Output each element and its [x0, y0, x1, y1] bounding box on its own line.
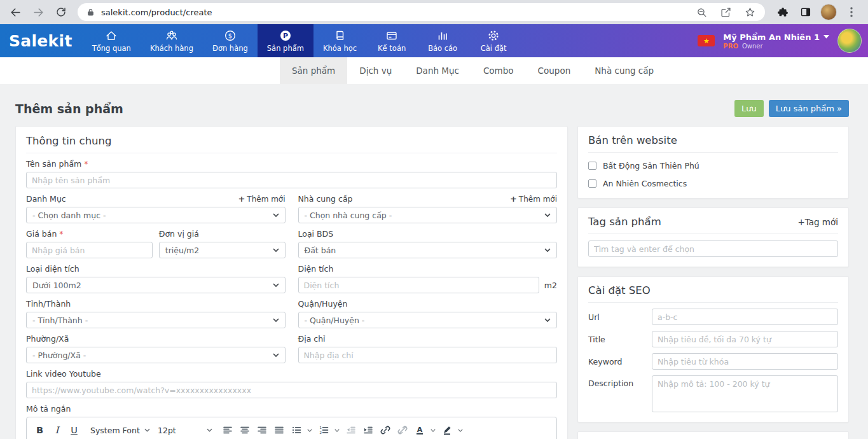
website-checkbox-1[interactable]: [588, 162, 596, 170]
product-name-input[interactable]: [26, 172, 557, 188]
nav-item-san-pham[interactable]: P Sản phẩm: [258, 24, 313, 57]
nav-item-label: Sản phẩm: [267, 44, 304, 53]
account-caret-icon[interactable]: [823, 35, 829, 39]
general-info-card: Thông tin chung Tên sản phẩm * Danh Mục …: [15, 126, 568, 439]
nav-item-label: Kế toán: [378, 44, 406, 53]
align-left-button[interactable]: [219, 422, 235, 438]
product-name-label: Tên sản phẩm: [26, 158, 81, 169]
bullet-list-caret-icon[interactable]: [305, 429, 314, 432]
nav-item-cai-dat[interactable]: Cài đặt: [468, 24, 519, 57]
bold-button[interactable]: B: [32, 422, 48, 438]
price-unit-select[interactable]: triệu/m2: [159, 242, 286, 258]
tab-nha-cung-cap[interactable]: Nhà cung cấp: [582, 57, 666, 84]
ward-select[interactable]: - Phường/Xã -: [26, 347, 286, 363]
nav-item-don-hang[interactable]: $ Đơn hàng: [203, 24, 258, 57]
website-option-row[interactable]: An Nhiên Cosmectics: [588, 179, 838, 188]
website-option-row[interactable]: Bất Động Sản Thiên Phú: [588, 161, 838, 171]
nav-item-khoa-hoc[interactable]: Khóa học: [313, 24, 366, 57]
save-button[interactable]: Lưu: [734, 100, 764, 117]
font-size-select[interactable]: 12pt: [155, 422, 216, 438]
link-button[interactable]: [377, 422, 393, 438]
seo-description-textarea[interactable]: [652, 375, 838, 412]
browser-menu-icon[interactable]: [841, 2, 862, 22]
chevron-down-icon: [273, 318, 279, 322]
add-tag-link[interactable]: +Tag mới: [797, 217, 838, 227]
nav-item-bao-cao[interactable]: Báo cáo: [417, 24, 468, 57]
highlight-color-caret-icon[interactable]: [456, 429, 465, 432]
save-product-button[interactable]: Lưu sản phẩm »: [769, 100, 849, 117]
address-input[interactable]: [298, 347, 558, 363]
tab-dich-vu[interactable]: Dịch vụ: [347, 57, 404, 84]
indent-button[interactable]: [360, 422, 376, 438]
website-checkbox-2[interactable]: [588, 179, 596, 188]
seo-title-label: Title: [588, 335, 652, 344]
align-center-button[interactable]: [237, 422, 252, 438]
chevron-down-icon: [544, 248, 551, 252]
area-input[interactable]: [298, 277, 539, 293]
nav-item-tong-quan[interactable]: Tổng quan: [83, 24, 141, 57]
italic-button[interactable]: I: [49, 422, 65, 438]
back-button[interactable]: [5, 2, 25, 22]
bookmark-star-icon[interactable]: [741, 3, 759, 21]
address-bar[interactable]: salekit.com/product/create: [78, 3, 765, 21]
province-select[interactable]: - Tỉnh/Thành -: [26, 312, 286, 328]
user-avatar[interactable]: [837, 29, 862, 53]
tab-danh-muc[interactable]: Danh Mục: [404, 57, 471, 84]
nav-item-label: Tổng quan: [92, 44, 131, 53]
nav-item-khach-hang[interactable]: Khách hàng: [141, 24, 203, 57]
bullet-list-button[interactable]: [288, 422, 304, 438]
nav-item-ke-toan[interactable]: Kế toán: [366, 24, 417, 57]
seo-keyword-input[interactable]: [652, 353, 838, 370]
tag-search-input[interactable]: [588, 240, 838, 257]
unlink-button[interactable]: [394, 422, 410, 438]
text-color-caret-icon[interactable]: [429, 429, 437, 432]
products-icon: P: [279, 29, 292, 42]
numbered-list-caret-icon[interactable]: [333, 429, 341, 432]
add-category-link[interactable]: +Thêm mới: [238, 195, 285, 204]
forward-button[interactable]: [28, 2, 48, 22]
svg-text:1: 1: [319, 426, 322, 429]
numbered-list-button[interactable]: 12: [315, 422, 331, 438]
category-select[interactable]: - Chọn danh mục -: [26, 207, 286, 223]
highlight-color-button[interactable]: [439, 422, 455, 438]
share-icon[interactable]: [717, 3, 734, 21]
reload-button[interactable]: [51, 2, 71, 22]
tab-combo[interactable]: Combo: [471, 57, 526, 84]
youtube-input[interactable]: [26, 382, 557, 398]
seo-title-input[interactable]: [652, 331, 838, 347]
outdent-button[interactable]: [343, 422, 359, 438]
plus-icon: +: [510, 195, 517, 203]
account-info[interactable]: Mỹ Phẩm An Nhiên 1 PRO Owner: [723, 32, 829, 50]
justify-button[interactable]: [271, 422, 287, 438]
area-type-select[interactable]: Dưới 100m2: [26, 277, 286, 293]
add-supplier-link[interactable]: +Thêm mới: [510, 195, 557, 204]
sell-on-website-card: Bán trên website Bất Động Sản Thiên Phú …: [577, 126, 849, 199]
lock-icon: [86, 8, 95, 17]
extensions-icon[interactable]: [773, 2, 793, 22]
seo-url-input[interactable]: [652, 309, 838, 325]
align-right-button[interactable]: [254, 422, 270, 438]
orders-icon: $: [224, 29, 237, 42]
tab-coupon[interactable]: Coupon: [526, 57, 583, 84]
account-name[interactable]: Mỹ Phẩm An Nhiên 1: [723, 32, 820, 42]
zoom-out-icon[interactable]: [692, 3, 710, 21]
website-option-label: An Nhiên Cosmectics: [603, 179, 687, 188]
district-label: Quận/Huyện: [298, 298, 558, 309]
nav-item-label: Khóa học: [323, 44, 357, 53]
underline-button[interactable]: U: [66, 422, 82, 438]
home-icon: [105, 29, 118, 42]
side-panel-icon[interactable]: [796, 2, 816, 22]
account-role: Owner: [742, 43, 763, 50]
font-family-select[interactable]: System Font: [87, 422, 153, 438]
page-content: Thêm sản phẩm Lưu Lưu sản phẩm » Thông t…: [0, 100, 868, 439]
district-select[interactable]: - Quận/Huyện -: [298, 312, 558, 328]
salekit-logo[interactable]: Salekit: [0, 24, 83, 57]
bds-type-select[interactable]: Đất bán: [298, 242, 558, 258]
profile-avatar[interactable]: [818, 2, 839, 22]
right-sidebar: Bán trên website Bất Động Sản Thiên Phú …: [577, 126, 849, 439]
supplier-select[interactable]: - Chọn nhà cung cấp -: [298, 207, 558, 223]
tab-san-pham[interactable]: Sản phẩm: [280, 57, 347, 84]
url-text[interactable]: salekit.com/product/create: [101, 8, 212, 17]
price-input[interactable]: [26, 242, 153, 258]
text-color-button[interactable]: A: [411, 422, 427, 438]
